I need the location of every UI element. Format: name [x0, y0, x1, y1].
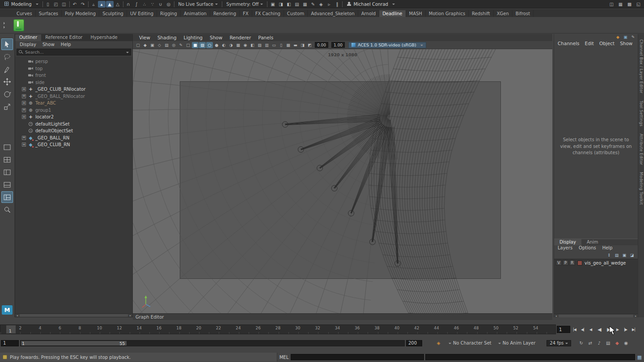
select-camera-icon[interactable]: ▢	[135, 42, 141, 48]
expand-icon[interactable]	[22, 101, 26, 105]
shaded-display-icon[interactable]: ■	[192, 42, 199, 48]
timeline-frame-24[interactable]: 24	[236, 326, 241, 330]
outliner-item[interactable]: group1	[15, 107, 132, 114]
continuous-playback-icon[interactable]: ⇄	[587, 340, 593, 346]
current-frame-field[interactable]: 1	[557, 326, 570, 333]
outliner-item[interactable]: defaultLightSet	[15, 121, 132, 128]
shelf-tab[interactable]: UV Editing	[127, 10, 157, 17]
animation-preferences-icon[interactable]: ◉	[623, 340, 629, 346]
character-set-key-icon[interactable]: ◈	[435, 340, 442, 346]
new-layer-from-selected-icon[interactable]: ▣	[621, 253, 627, 258]
menu-item[interactable]: Channels	[555, 40, 582, 47]
layer-attributes-icon[interactable]: ◪	[629, 253, 635, 258]
expand-icon[interactable]	[22, 94, 26, 98]
layout-persp-graph[interactable]	[1, 179, 13, 190]
timeline-frame-38[interactable]: 38	[374, 326, 379, 330]
make-object-live-icon[interactable]: ◎	[165, 1, 173, 8]
shelf-tab[interactable]: Sculpting	[99, 10, 127, 17]
outliner-horizontal-scrollbar[interactable]: ◂ ▸	[15, 313, 132, 317]
panel-tab[interactable]: Hypershade	[86, 34, 121, 41]
timeline-frame-42[interactable]: 42	[414, 326, 419, 330]
lasso-select-tool[interactable]	[1, 51, 13, 63]
playback-range-block[interactable]	[21, 341, 127, 345]
snap-to-point-icon[interactable]: ∴	[141, 1, 148, 8]
render-current-frame-icon[interactable]: ◨	[277, 1, 284, 8]
timeline-frame-6[interactable]: 6	[59, 326, 61, 330]
layer-display-mode-toggle[interactable]: R	[569, 260, 575, 265]
depth-of-field-icon[interactable]: ◉	[242, 42, 249, 48]
timeline-frame-36[interactable]: 36	[355, 326, 360, 330]
timeline-frame-8[interactable]: 8	[78, 326, 81, 330]
scrollbar-thumb[interactable]	[559, 315, 633, 317]
command-line-input[interactable]	[291, 354, 424, 360]
shelf-tab[interactable]: XGen	[494, 10, 513, 17]
step-back-one-key-icon[interactable]: ◀|	[579, 325, 586, 333]
time-slider-ruler[interactable]: 1 24681012141618202224262830323436384042…	[0, 324, 556, 334]
layout-persp-graph-outliner[interactable]	[1, 191, 13, 203]
playblast-icon[interactable]: ▹	[325, 1, 333, 8]
screen-space-ao-icon[interactable]: ◐	[220, 42, 227, 48]
shelf-tab[interactable]: Deadline	[379, 10, 406, 17]
shelf-tab[interactable]: FX	[240, 10, 252, 17]
layer-name[interactable]: vis_geo_all_wedge	[585, 261, 626, 265]
search-filter-chevron-icon[interactable]	[126, 52, 129, 55]
menu-item[interactable]: Show	[40, 42, 57, 47]
shelf-tab[interactable]: Rigging	[157, 10, 181, 17]
menu-item[interactable]: Object	[597, 40, 617, 47]
shelf-tab[interactable]: Motion Graphics	[426, 10, 469, 17]
lock-camera-icon[interactable]: ◆	[142, 42, 148, 48]
shelf-tab[interactable]: Surfaces	[36, 10, 62, 17]
scrollbar-thumb[interactable]	[20, 314, 128, 317]
layer-playback-toggle[interactable]: P	[563, 260, 568, 265]
shelf-tab[interactable]: Animation	[181, 10, 210, 17]
layer-editor-tab[interactable]: Anim	[581, 239, 604, 245]
outliner-item[interactable]: top	[15, 65, 132, 72]
search-input[interactable]: Search...	[17, 49, 131, 55]
scroll-right-icon[interactable]: ▸	[128, 314, 132, 317]
open-scene-icon[interactable]: ◰	[52, 1, 60, 8]
timeline-frame-16[interactable]: 16	[157, 326, 161, 330]
sidebar-vertical-tab[interactable]: Tool Settings	[639, 101, 644, 126]
select-component-icon[interactable]: ▲	[106, 1, 114, 8]
outliner-item[interactable]: _GEO_CLUB_RN	[15, 141, 132, 148]
ipr-render-icon[interactable]: ◧	[285, 1, 292, 8]
command-result-field[interactable]	[425, 354, 635, 360]
shelf-tab[interactable]: Curves	[13, 10, 36, 17]
sidebar-vertical-tab[interactable]: Attribute Editor	[639, 134, 644, 165]
shelf-tab[interactable]: Bifrost	[513, 10, 534, 17]
step-forward-one-key-icon[interactable]: |▶	[622, 325, 629, 333]
outliner-item[interactable]: _GEO_BALL_RN	[15, 135, 132, 142]
panel-tab[interactable]: Reference Editor	[41, 34, 86, 41]
auto-keyframe-icon[interactable]: ◆	[614, 340, 620, 346]
timeline-frame-26[interactable]: 26	[255, 326, 260, 330]
submit-to-deadline-shelf-button[interactable]	[13, 19, 24, 31]
mute-audio-icon[interactable]: ♪	[596, 340, 602, 346]
menu-item[interactable]: Show	[617, 40, 635, 47]
workspace-selector-icon[interactable]: ◱	[635, 1, 642, 8]
multisample-aa-icon[interactable]: ▦	[235, 42, 242, 48]
viewport-layouts-icon[interactable]: ◫	[608, 1, 615, 8]
timeline-frame-12[interactable]: 12	[117, 326, 122, 330]
timeline-frame-44[interactable]: 44	[434, 326, 439, 330]
zoom-tool[interactable]	[1, 204, 13, 215]
character-set-dropdown[interactable]: No Character Set	[447, 341, 491, 345]
layout-four-view[interactable]	[1, 154, 13, 165]
layer-row[interactable]: V P R vis_geo_all_wedge	[554, 259, 638, 266]
expand-icon[interactable]	[22, 136, 26, 140]
outliner-item[interactable]: Tear_ABC	[15, 100, 132, 107]
safe-action-icon[interactable]: ◨	[299, 42, 306, 48]
x-ray-icon[interactable]: ▧	[256, 42, 263, 48]
layout-persp-outliner[interactable]	[1, 166, 13, 178]
select-tool[interactable]	[1, 38, 13, 50]
scroll-right-icon[interactable]: ▸	[634, 314, 638, 318]
gamma-field[interactable]: 1.00	[331, 42, 345, 48]
channel-edit-icon[interactable]: ✎	[630, 34, 636, 40]
outliner-item[interactable]: _GEO_CLUB_RNlocator	[15, 86, 132, 93]
timeline-frame-10[interactable]: 10	[97, 326, 102, 330]
layer-visibility-toggle[interactable]: V	[556, 260, 562, 265]
play-forwards-icon[interactable]: ▶	[604, 325, 613, 333]
scroll-left-icon[interactable]: ◂	[15, 314, 19, 317]
timeline-frame-46[interactable]: 46	[454, 326, 459, 330]
panel-tab[interactable]: Outliner	[15, 34, 41, 41]
menu-item[interactable]: Display	[17, 42, 39, 47]
